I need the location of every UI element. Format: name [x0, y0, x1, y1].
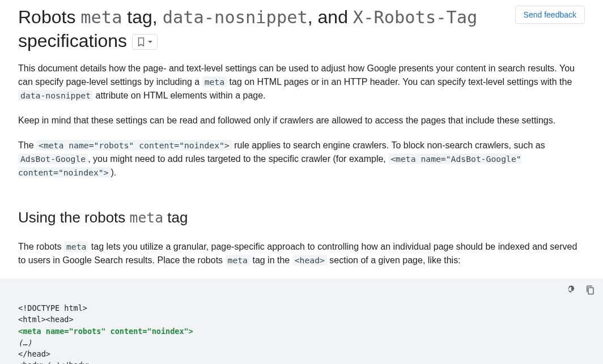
text: tag in the — [250, 255, 292, 265]
text: , you might need to add rules targeted t… — [88, 154, 388, 164]
code-content: <!DOCTYPE html> <html><head> <meta name=… — [0, 296, 603, 364]
code-line-elide: (…) — [46, 361, 60, 364]
text: ). — [111, 168, 117, 177]
bookmark-icon — [137, 37, 145, 46]
code-adsbot: AdsBot-Google — [18, 153, 88, 164]
section-heading-using-meta: Using the robots meta tag — [18, 207, 585, 229]
title-code-nosnippet: data-nosnippet — [163, 7, 308, 27]
text: tag — [163, 209, 188, 226]
code-nosnippet: data-nosnippet — [18, 90, 93, 101]
code-head: <head> — [292, 255, 327, 265]
title-text: Robots — [18, 7, 80, 27]
send-feedback-button[interactable]: Send feedback — [515, 6, 585, 24]
toggle-theme-button[interactable] — [566, 284, 577, 296]
text: The — [18, 140, 36, 150]
text: The robots — [18, 242, 64, 251]
code-meta: meta — [64, 241, 88, 252]
section2-paragraph-1: The robots meta tag lets you utilize a g… — [18, 240, 585, 267]
title-text: tag, — [122, 7, 162, 27]
title-text: , and — [308, 7, 353, 27]
chevron-down-icon — [148, 41, 152, 43]
text: rule applies to search engine crawlers. … — [232, 140, 545, 150]
code-meta: meta — [202, 76, 227, 87]
bookmark-dropdown[interactable] — [132, 34, 158, 50]
title-code-meta: meta — [80, 7, 122, 27]
text: tag on HTML pages or in an HTTP header. … — [227, 77, 572, 87]
code-line: <!DOCTYPE html> — [18, 303, 87, 312]
code-line: </head> — [18, 349, 50, 358]
text: attribute on HTML elements within a page… — [93, 91, 265, 100]
copy-icon — [585, 284, 595, 296]
svg-rect-0 — [588, 288, 593, 294]
heading-code-meta: meta — [130, 209, 163, 226]
code-line-elide: (…) — [18, 338, 32, 347]
title-code-xrobots: X-Robots-Tag — [353, 7, 478, 27]
intro-paragraph-2: Keep in mind that these settings can be … — [18, 114, 585, 127]
code-line: <html><head> — [18, 315, 74, 324]
copy-code-button[interactable] — [585, 284, 595, 296]
text: section of a given page, like this: — [327, 255, 461, 265]
code-example-block: <!DOCTYPE html> <html><head> <meta name=… — [0, 279, 603, 364]
intro-paragraph-3: The <meta name="robots" content="noindex… — [18, 139, 585, 179]
title-text: specifications — [18, 31, 127, 51]
code-meta: meta — [226, 255, 250, 265]
code-line-highlight: <meta name="robots" content="noindex"> — [18, 327, 193, 336]
brightness-icon — [566, 284, 577, 296]
page-title: Robots meta tag, data-nosnippet, and X-R… — [18, 6, 506, 53]
intro-paragraph-1: This document details how the page- and … — [18, 62, 585, 102]
code-meta-robots: <meta name="robots" content="noindex"> — [36, 140, 232, 151]
text: Using the robots — [18, 209, 130, 226]
code-line: </body> — [60, 361, 92, 364]
code-line: <body> — [18, 361, 46, 364]
